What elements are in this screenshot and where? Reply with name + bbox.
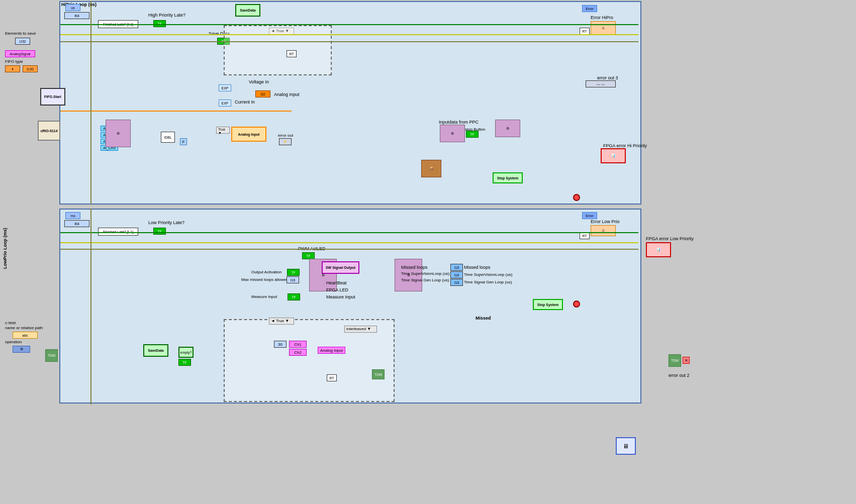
- max-missed-loops-ctrl[interactable]: I16: [287, 276, 299, 283]
- case-struct-hi: [224, 25, 332, 75]
- missed-loops-label: Missed loops: [401, 265, 428, 270]
- zero-zero-ctrl[interactable]: 0,00: [23, 65, 38, 72]
- stop-system-lo-subvi[interactable]: Stop System: [533, 299, 563, 310]
- display-icon[interactable]: 🖥: [616, 437, 636, 455]
- f-block-hi: F: [180, 138, 187, 145]
- error-hipro-ind: ⚠: [591, 21, 616, 35]
- fpga-error-lo-subvi[interactable]: 📊: [646, 242, 671, 257]
- hiprio-rate[interactable]: I64: [64, 12, 89, 19]
- lowprio-rate[interactable]: I64: [64, 220, 89, 227]
- hiprio-loop: [59, 1, 641, 205]
- measure-input-tf: TF: [288, 293, 300, 300]
- finished-late-lo: Finished Late? [t-1]: [98, 228, 138, 236]
- tdm-left: TDM: [45, 349, 58, 362]
- wire-green-lo-top: [60, 232, 638, 233]
- wire-dark-hi: [60, 41, 638, 42]
- fifo-start-label: FIFO.Start: [44, 95, 61, 98]
- operation-label: operation: [5, 340, 22, 344]
- num-30[interactable]: 30: [274, 341, 287, 348]
- cluster-right-hi: ⚙: [495, 120, 520, 137]
- missed-loops-out-label: Missed loops: [464, 265, 491, 270]
- path-label: c:\test: [5, 321, 16, 325]
- high-priority-late-label: High Priority Late?: [148, 13, 185, 18]
- output-activation-tf: TF: [287, 269, 300, 276]
- wire-yellow-lo: [60, 242, 638, 243]
- elements-to-save-label: Elements to save: [5, 31, 36, 36]
- empty-subvi[interactable]: empty?: [178, 347, 194, 358]
- true-selector-lo[interactable]: ◄ True ▼: [269, 318, 294, 325]
- time-supervision-ind: I16: [450, 271, 463, 278]
- operation-ctrl[interactable]: ⚙: [13, 346, 30, 353]
- save-data-lo[interactable]: SaveData: [143, 344, 168, 357]
- pwm-actled-tf: TF: [302, 252, 315, 259]
- error-out-3-label: error out 3: [597, 75, 618, 80]
- rt-block-hi: RT: [287, 50, 297, 57]
- max-missed-loops-label: Max missed loops allowed: [241, 277, 288, 282]
- wire-orange-hi: [60, 111, 292, 112]
- true-selector-analog[interactable]: True ▼: [216, 127, 230, 134]
- cluster-hi: ⚙: [106, 120, 131, 147]
- error-out-hi-label: error out: [278, 133, 293, 138]
- fpga-led-label: FPGA LED: [326, 287, 348, 292]
- tdm-case-lo: TDM: [372, 369, 385, 379]
- fifo-type-label: FIFO type: [5, 59, 23, 64]
- wire-yellow-hi: [60, 34, 638, 35]
- hiprio-timing-ctrl[interactable]: us: [65, 4, 80, 11]
- analog-input-subvi-hi[interactable]: Analog Input: [231, 127, 266, 142]
- measure-input-label2: Measure Input: [251, 294, 277, 299]
- time-supervision-out-label: Time SuperVisionLoop (us): [464, 272, 513, 277]
- missed-text: Missed: [475, 316, 491, 321]
- sw-signal-output-subvi[interactable]: SW Signal Output: [322, 261, 359, 274]
- analog-signal-ctrl[interactable]: AnalogSignal: [5, 50, 35, 57]
- error-hiprio-right: Error: [582, 5, 597, 12]
- fifo-start-subvi[interactable]: FIFO.Start: [40, 88, 65, 106]
- inputdata-brown: 📦: [421, 160, 441, 177]
- fifo-type-ctrl[interactable]: 4: [5, 65, 20, 72]
- rt-block-right-hi: RT: [580, 28, 590, 35]
- error-low-prio-ind: ⚠: [591, 225, 616, 236]
- x-block: ✕: [683, 357, 690, 364]
- name-or-relative-path-label: name or relative path: [5, 326, 43, 330]
- interleaved-selector[interactable]: interleaved ▼: [344, 326, 377, 333]
- missed-loops-ind: I16: [450, 264, 463, 271]
- elements-to-save-ctrl[interactable]: U32: [15, 38, 30, 45]
- crio-label: cRIO-9114: [40, 129, 57, 133]
- analog-input-hi-label: Analog Input: [274, 92, 300, 97]
- time-signal-gen-label: Time Signal Gen Loop (us): [401, 278, 449, 282]
- analog-input-lo-block: Analog Input: [318, 347, 345, 354]
- rt-block-lo-case: RT: [327, 374, 337, 381]
- ch1-block: Ch1: [289, 341, 307, 348]
- empty-tf: TF: [178, 359, 191, 366]
- wire-dark-lo: [60, 249, 638, 250]
- error-hipro-label: Error HiPro: [591, 15, 613, 20]
- error-out-hi-ind: ⚡: [279, 138, 292, 145]
- fpga-error-hi-subvi[interactable]: 📊: [601, 148, 626, 163]
- idbl-block: IDBL: [161, 132, 175, 143]
- wire-green-hi-top: [60, 24, 638, 25]
- stop-system-hi-subvi[interactable]: Stop System: [493, 172, 523, 183]
- error-out-3-ind: — —: [586, 80, 616, 87]
- error-lowprio-right: Error: [582, 212, 597, 219]
- voltage-in-label: Voltage In: [249, 79, 269, 84]
- wire-v-left-1: [90, 1, 91, 205]
- ch2-block: Ch2: [289, 349, 307, 356]
- stop-btn-lo[interactable]: [573, 300, 580, 308]
- crio-subvi[interactable]: cRIO-9114: [38, 121, 60, 141]
- rt-block-right-lo: RT: [580, 232, 590, 239]
- output-activation-label: Output Activation: [251, 270, 281, 274]
- inputdata-ppc-label: Inputdata from PPC: [439, 120, 479, 125]
- path-ctrl[interactable]: abc: [13, 332, 38, 339]
- save-data-hi[interactable]: SaveData: [235, 4, 260, 17]
- fpga-error-lo-label: FPGA error Low Priority: [646, 236, 694, 241]
- lp-late-tf: TF: [153, 228, 166, 235]
- lowprio-timing-ctrl[interactable]: ms: [65, 212, 80, 219]
- low-priority-late-label: Low Priority Late?: [148, 220, 184, 225]
- exp-current: EXP: [219, 99, 231, 107]
- analog-input-orange: I32: [255, 90, 270, 97]
- hp-late-tf: TF: [153, 20, 166, 27]
- exp-voltage: EXP: [219, 84, 231, 91]
- heartbeat-label: HeartBeat: [326, 280, 347, 285]
- current-in-label: Current In: [235, 99, 255, 105]
- tdm-right-out: TDM: [669, 354, 681, 367]
- stop-btn-hi[interactable]: [573, 194, 580, 201]
